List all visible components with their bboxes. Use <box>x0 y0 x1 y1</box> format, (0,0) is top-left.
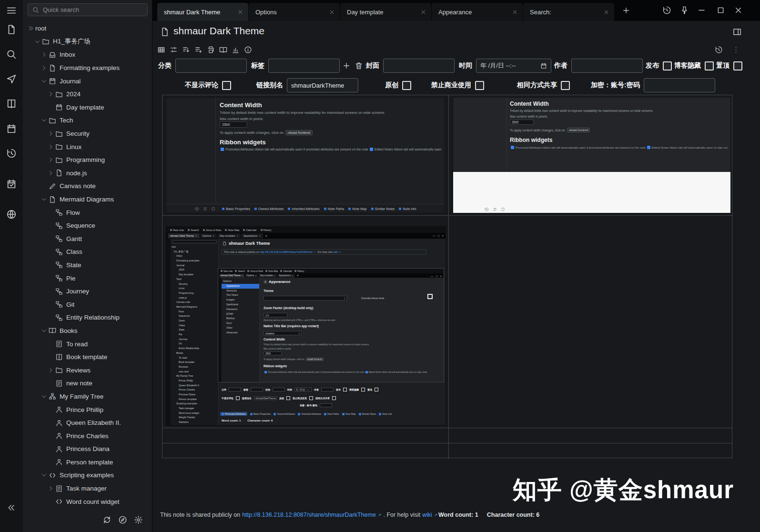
compass-icon[interactable] <box>118 515 127 524</box>
tree-item-root[interactable]: root <box>23 22 152 35</box>
printer-icon[interactable] <box>207 46 215 54</box>
close-window-icon[interactable] <box>734 6 743 15</box>
quick-search-input[interactable]: Quick search <box>28 3 148 16</box>
delete-attribute-icon[interactable] <box>355 61 363 70</box>
author-input[interactable] <box>571 59 643 73</box>
tree-item-h1-事务广场[interactable]: H1_事务广场 <box>23 35 152 49</box>
tree-item-queen-elizabeth-ii[interactable]: Queen Elizabeth II. <box>23 416 152 430</box>
wiki-link[interactable]: wiki <box>422 512 432 518</box>
tree-item-new-note[interactable]: new note <box>23 377 152 390</box>
tab-close-icon[interactable] <box>329 9 335 15</box>
embedded-image-app-screenshot[interactable]: New noteSearchJump to NoteNote MapCalend… <box>166 226 446 426</box>
chevrons-right-icon[interactable] <box>28 25 34 31</box>
tab-close-icon[interactable] <box>420 9 426 15</box>
tree-item-journey[interactable]: Journey <box>23 285 152 298</box>
tab-close-icon[interactable] <box>512 9 518 15</box>
collapse-sidebar-icon[interactable] <box>7 503 16 512</box>
tree-item-prince-phillip[interactable]: Prince Phillip <box>23 403 152 416</box>
tree-item-to-read[interactable]: To read <box>23 337 152 351</box>
chevron-right-icon[interactable] <box>48 130 54 137</box>
tree-item-node-js[interactable]: node.js <box>23 167 152 180</box>
chevron-right-icon[interactable] <box>48 144 54 150</box>
note-title[interactable]: shmaur Dark Theme <box>173 25 264 37</box>
tree-item-scripting-examples[interactable]: Scripting examples <box>23 469 152 482</box>
tab-day-template[interactable]: Day template <box>340 3 431 21</box>
embedded-image-settings-light[interactable]: Content Width Trilium by default limits … <box>453 97 731 213</box>
tree-item-entity-relationship[interactable]: Entity Relationship <box>23 311 152 324</box>
chevron-down-icon[interactable] <box>41 472 47 478</box>
table-cell[interactable] <box>162 428 448 443</box>
calendar-icon[interactable] <box>540 62 547 69</box>
tree-item-pie[interactable]: Pie <box>23 271 152 285</box>
tree-item-word-count-widget[interactable]: Word count widget <box>23 495 152 508</box>
chevron-down-icon[interactable] <box>41 393 47 400</box>
tree-item-class[interactable]: Class <box>23 245 152 259</box>
tree-item-books[interactable]: Books <box>23 324 152 338</box>
list-plus-icon[interactable] <box>194 46 203 54</box>
tree-item-sequence[interactable]: Sequence <box>23 219 152 232</box>
chevron-down-icon[interactable] <box>41 117 47 123</box>
chart-icon[interactable] <box>232 46 240 54</box>
minimize-icon[interactable] <box>697 6 706 15</box>
add-attribute-icon[interactable] <box>342 61 351 70</box>
sort-list-icon[interactable] <box>182 46 190 54</box>
chevron-right-icon[interactable] <box>48 170 54 176</box>
globe-icon[interactable] <box>6 209 17 220</box>
tree-item-reviews[interactable]: Reviews <box>23 363 152 377</box>
chevron-right-icon[interactable] <box>48 485 54 492</box>
tree-item-security[interactable]: Security <box>23 127 152 141</box>
tab-shmaur-dark-theme[interactable]: shmaur Dark Theme <box>157 3 248 21</box>
table-cell[interactable] <box>448 443 733 459</box>
sliders-icon[interactable] <box>170 46 178 54</box>
time-input[interactable]: 年 /月/日 --:-- <box>476 59 551 73</box>
tree-item-princess-diana[interactable]: Princess Diana <box>23 442 152 456</box>
share-link[interactable]: http://8.136.218.12:8087/share/shmaurDar… <box>242 512 376 518</box>
tree-item-programming[interactable]: Programming <box>23 153 152 167</box>
tree-item-tech[interactable]: Tech <box>23 114 152 127</box>
hide-comments-checkbox[interactable] <box>222 81 231 90</box>
right-panel-toggle-icon[interactable] <box>732 27 742 37</box>
tab-close-icon[interactable] <box>603 9 609 15</box>
table-cell[interactable] <box>448 428 733 443</box>
send-icon[interactable] <box>6 74 17 84</box>
book-open-icon[interactable] <box>219 46 227 54</box>
chevron-right-icon[interactable] <box>41 65 47 71</box>
file-icon[interactable] <box>6 24 17 35</box>
tree-item-my-family-tree[interactable]: My Family Tree <box>23 390 152 403</box>
menu-icon[interactable] <box>6 5 17 16</box>
link-alias-input[interactable]: shmaurDarkTheme <box>287 78 358 92</box>
tree-item-flow[interactable]: Flow <box>23 206 152 219</box>
table-cell[interactable] <box>448 215 733 428</box>
share-alike-checkbox[interactable] <box>561 81 570 90</box>
tree-item-book-template[interactable]: Book template <box>23 351 152 364</box>
table-cell[interactable]: Content Width Trilium by default limits … <box>162 95 448 215</box>
original-checkbox[interactable] <box>402 81 411 90</box>
tree-item-gantt[interactable]: Gantt <box>23 232 152 246</box>
publish-checkbox[interactable] <box>663 61 672 70</box>
table-cell[interactable]: New noteSearchJump to NoteNote MapCalend… <box>162 215 448 428</box>
history-icon[interactable] <box>6 148 17 159</box>
chevron-right-icon[interactable] <box>48 367 54 373</box>
chevron-down-icon[interactable] <box>34 39 41 45</box>
tree-item-task-manager[interactable]: Task manager <box>23 482 152 495</box>
history-icon[interactable] <box>662 6 671 15</box>
tree-item-prince-charles[interactable]: Prince Charles <box>23 429 152 442</box>
book-icon[interactable] <box>6 99 17 109</box>
embedded-image-settings-dark[interactable]: Content Width Trilium by default limits … <box>166 97 445 213</box>
tree-item-day-template[interactable]: Day template <box>23 101 152 114</box>
table-cell[interactable]: Content Width Trilium by default limits … <box>448 95 733 215</box>
tree-item-formatting-examples[interactable]: Formatting examples <box>23 61 152 75</box>
chevron-down-icon[interactable] <box>41 328 47 334</box>
blog-hidden-checkbox[interactable] <box>705 61 714 70</box>
info-icon[interactable] <box>244 46 252 54</box>
table-cell[interactable] <box>162 443 448 459</box>
calendar-icon[interactable] <box>6 123 17 134</box>
cover-input[interactable] <box>383 59 455 73</box>
pin-window-icon[interactable] <box>680 6 689 15</box>
no-commercial-checkbox[interactable] <box>475 81 484 90</box>
maximize-icon[interactable] <box>716 6 725 15</box>
chevron-right-icon[interactable] <box>48 157 54 163</box>
tree-item-2024[interactable]: 2024 <box>23 88 152 101</box>
pinned-checkbox[interactable] <box>733 61 742 70</box>
search-icon[interactable] <box>6 49 17 60</box>
